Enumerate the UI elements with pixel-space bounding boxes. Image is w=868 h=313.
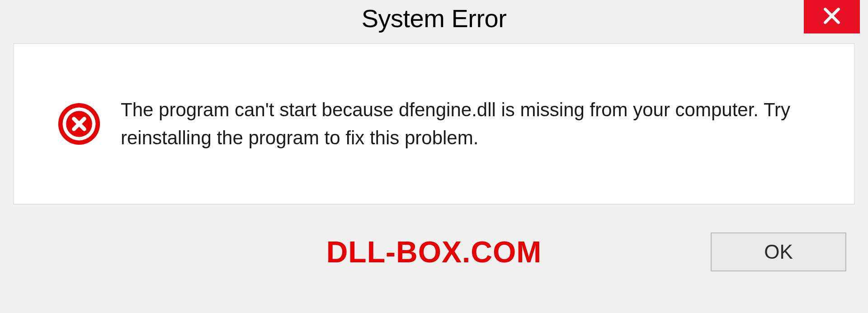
close-button[interactable] bbox=[804, 0, 860, 33]
dialog-title: System Error bbox=[362, 4, 507, 33]
content-area: The program can't start because dfengine… bbox=[14, 43, 854, 204]
error-dialog: System Error The program can't start bec… bbox=[8, 0, 860, 308]
dialog-footer: DLL-BOX.COM OK bbox=[8, 204, 860, 299]
close-icon bbox=[822, 6, 842, 28]
error-message: The program can't start because dfengine… bbox=[121, 96, 836, 152]
title-bar: System Error bbox=[8, 0, 860, 43]
ok-button[interactable]: OK bbox=[711, 232, 846, 271]
watermark-text: DLL-BOX.COM bbox=[326, 235, 542, 269]
error-icon bbox=[57, 102, 101, 146]
